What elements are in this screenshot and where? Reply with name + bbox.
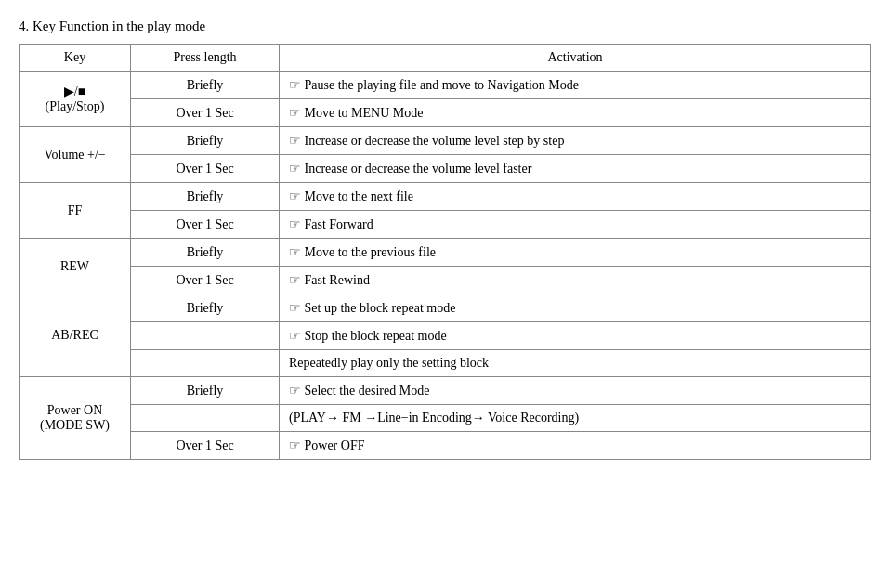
- table-row: Volume +/−Briefly☞ Increase or decrease …: [20, 127, 871, 155]
- key-cell: AB/REC: [20, 294, 131, 377]
- press-length-cell: [131, 405, 280, 432]
- table-row: ▶/■(Play/Stop)Briefly☞ Pause the playing…: [20, 72, 871, 99]
- activation-cell: (PLAY→ FM →Line−in Encoding→ Voice Recor…: [280, 405, 871, 432]
- press-length-cell: Briefly: [131, 72, 280, 99]
- table-row: AB/RECBriefly☞ Set up the block repeat m…: [20, 294, 871, 322]
- activation-cell: Repeatedly play only the setting block: [280, 350, 871, 377]
- finger-icon: ☞: [289, 134, 305, 148]
- activation-cell: ☞ Stop the block repeat mode: [280, 322, 871, 350]
- press-length-cell: Briefly: [131, 377, 280, 405]
- key-cell: REW: [20, 239, 131, 294]
- activation-cell: ☞ Select the desired Mode: [280, 377, 871, 405]
- table-row: Over 1 Sec☞ Fast Rewind: [20, 267, 871, 294]
- press-length-cell: Briefly: [131, 239, 280, 267]
- finger-icon: ☞: [289, 329, 305, 343]
- activation-cell: ☞ Move to the next file: [280, 183, 871, 211]
- finger-icon: ☞: [289, 78, 305, 92]
- activation-cell: ☞ Move to MENU Mode: [280, 99, 871, 127]
- table-row: FFBriefly☞ Move to the next file: [20, 183, 871, 211]
- finger-icon: ☞: [289, 217, 305, 231]
- finger-icon: ☞: [289, 301, 305, 315]
- table-row: (PLAY→ FM →Line−in Encoding→ Voice Recor…: [20, 405, 871, 432]
- finger-icon: ☞: [289, 438, 305, 452]
- finger-icon: ☞: [289, 189, 305, 203]
- table-row: Over 1 Sec☞ Increase or decrease the vol…: [20, 155, 871, 183]
- table-row: Power ON(MODE SW)Briefly☞ Select the des…: [20, 377, 871, 405]
- finger-icon: ☞: [289, 273, 305, 287]
- key-cell: Power ON(MODE SW): [20, 377, 131, 460]
- key-cell: Volume +/−: [20, 127, 131, 183]
- press-length-cell: Briefly: [131, 183, 280, 211]
- table-row: ☞ Stop the block repeat mode: [20, 322, 871, 350]
- activation-cell: ☞ Fast Forward: [280, 211, 871, 239]
- press-length-cell: [131, 322, 280, 350]
- key-function-table: Key Press length Activation ▶/■(Play/Sto…: [19, 44, 871, 460]
- activation-cell: ☞ Power OFF: [280, 432, 871, 460]
- activation-cell: ☞ Pause the playing file and move to Nav…: [280, 72, 871, 99]
- activation-cell: ☞ Increase or decrease the volume level …: [280, 155, 871, 183]
- table-row: REWBriefly☞ Move to the previous file: [20, 239, 871, 267]
- finger-icon: ☞: [289, 384, 305, 398]
- table-row: Over 1 Sec☞ Move to MENU Mode: [20, 99, 871, 127]
- key-cell: FF: [20, 183, 131, 239]
- section-title: 4. Key Function in the play mode: [19, 19, 871, 34]
- finger-icon: ☞: [289, 162, 305, 176]
- press-length-cell: Over 1 Sec: [131, 211, 280, 239]
- press-length-cell: Briefly: [131, 294, 280, 322]
- table-row: Over 1 Sec☞ Fast Forward: [20, 211, 871, 239]
- finger-icon: ☞: [289, 245, 305, 259]
- key-cell: ▶/■(Play/Stop): [20, 72, 131, 127]
- activation-cell: ☞ Move to the previous file: [280, 239, 871, 267]
- press-length-cell: Over 1 Sec: [131, 267, 280, 294]
- activation-cell: ☞ Fast Rewind: [280, 267, 871, 294]
- finger-icon: ☞: [289, 106, 305, 120]
- press-length-cell: Over 1 Sec: [131, 432, 280, 460]
- press-length-cell: Over 1 Sec: [131, 155, 280, 183]
- press-length-cell: [131, 350, 280, 377]
- activation-cell: ☞ Set up the block repeat mode: [280, 294, 871, 322]
- table-row: Repeatedly play only the setting block: [20, 350, 871, 377]
- table-row: Over 1 Sec☞ Power OFF: [20, 432, 871, 460]
- header-press-length: Press length: [131, 45, 280, 72]
- header-activation: Activation: [280, 45, 871, 72]
- press-length-cell: Briefly: [131, 127, 280, 155]
- activation-cell: ☞ Increase or decrease the volume level …: [280, 127, 871, 155]
- press-length-cell: Over 1 Sec: [131, 99, 280, 127]
- header-key: Key: [20, 45, 131, 72]
